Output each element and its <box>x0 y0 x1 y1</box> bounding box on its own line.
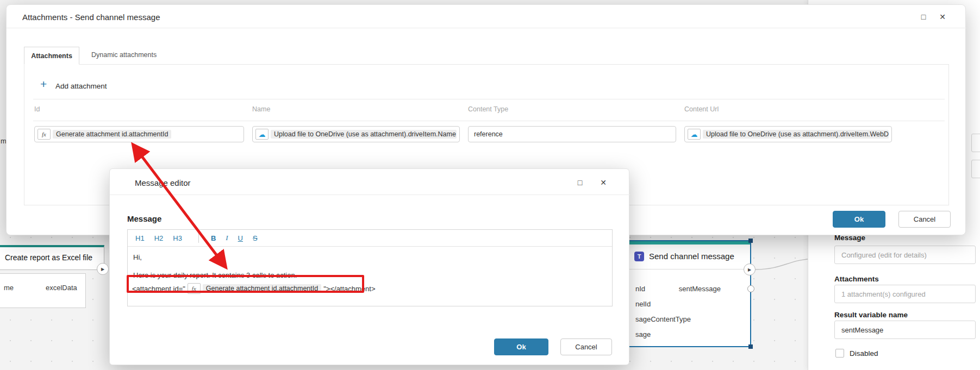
attachments-field-label: Attachments <box>834 275 879 283</box>
message-body-line: Hi, <box>133 253 142 261</box>
cancel-button[interactable]: Cancel <box>560 338 612 355</box>
column-header-id: Id <box>34 105 40 113</box>
node-create-report-ports[interactable]: me excelData <box>0 273 86 308</box>
underline-button[interactable]: U <box>238 234 243 242</box>
message-section-label: Message <box>127 214 161 223</box>
cloud-icon: ☁ <box>688 129 701 140</box>
header-divider <box>7 28 966 28</box>
input-port-fragment: nelId <box>635 300 651 308</box>
input-port-fragment: nId <box>635 285 645 293</box>
column-header-name: Name <box>252 105 270 113</box>
selection-handle[interactable] <box>748 344 753 349</box>
disabled-checkbox-label: Disabled <box>850 349 878 358</box>
cloud-icon: ☁ <box>255 129 269 140</box>
heading1-button[interactable]: H1 <box>135 234 145 242</box>
output-port-circle[interactable] <box>747 285 754 292</box>
selection-handle[interactable] <box>748 239 753 243</box>
ok-button[interactable]: Ok <box>494 338 548 355</box>
column-header-content-type: Content Type <box>468 105 508 113</box>
name-token: Upload file to OneDrive (use as attachme… <box>271 130 457 139</box>
dialog-title: Message editor <box>135 178 191 187</box>
output-variable-label: sentMessage <box>679 285 721 293</box>
node-send-channel-message[interactable]: T Send channel message ▶ nId nelId sageC… <box>625 240 751 347</box>
close-icon[interactable]: ✕ <box>938 12 947 21</box>
output-variable-label: excelData <box>46 284 77 292</box>
partial-field[interactable] <box>971 160 980 178</box>
message-body-line: Here is your daily report. It contains 3… <box>133 271 297 279</box>
teams-icon: T <box>634 252 644 261</box>
chevron-right-icon: ▶ <box>101 267 104 272</box>
attachment-id-input[interactable]: fx Generate attachment id.attachmentId <box>34 126 244 142</box>
result-variable-input[interactable]: sentMessage <box>834 321 976 339</box>
node-expand-button[interactable]: ▶ <box>97 263 109 275</box>
column-header-content-url: Content Url <box>684 105 719 113</box>
content-url-token: Upload file to OneDrive (use as attachme… <box>703 130 889 139</box>
input-port-fragment: sage <box>635 330 651 338</box>
attachment-tag-line: <attachment id=" fx Generate attachment … <box>132 283 376 294</box>
fx-icon: fx <box>188 283 201 294</box>
node-expand-button[interactable]: ▶ <box>744 264 756 275</box>
message-editor-dialog: Message editor □ ✕ Message H1 H2 H3 B I … <box>109 168 629 365</box>
tab-attachments[interactable]: Attachments <box>24 47 79 65</box>
strikethrough-button[interactable]: S <box>253 234 258 242</box>
tab-dynamic-attachments[interactable]: Dynamic attachments <box>91 51 157 59</box>
attachment-name-input[interactable]: ☁ Upload file to OneDrive (use as attach… <box>252 126 460 142</box>
node-header: T Send channel message <box>626 244 750 269</box>
italic-button[interactable]: I <box>226 234 228 242</box>
attachment-tag-prefix: <attachment id=" <box>132 285 185 293</box>
node-title: Create report as Excel file <box>0 247 104 262</box>
attachment-content-url-input[interactable]: ☁ Upload file to OneDrive (use as attach… <box>684 126 892 142</box>
maximize-icon[interactable]: □ <box>575 178 585 187</box>
node-title: Send channel message <box>649 252 734 261</box>
maximize-icon[interactable]: □ <box>919 12 928 21</box>
ok-button[interactable]: Ok <box>833 211 885 228</box>
toolbar-divider <box>198 233 199 243</box>
attachment-tag-suffix: "></attachment> <box>323 285 375 293</box>
port-label-fragment: me <box>4 284 14 292</box>
attachment-id-token: Generate attachment id.attachmentId <box>203 284 321 293</box>
attachments-field[interactable]: 1 attachment(s) configured <box>834 285 976 303</box>
fx-icon: fx <box>38 129 51 140</box>
rich-text-editor[interactable]: H1 H2 H3 B I U S Hi, Here is your daily … <box>127 229 613 306</box>
partial-field[interactable] <box>971 134 980 152</box>
close-icon[interactable]: ✕ <box>598 178 608 187</box>
header-divider <box>110 195 630 195</box>
add-attachment-button[interactable]: Add attachment <box>55 82 107 90</box>
input-port-fragment: sageContentType <box>635 315 691 323</box>
flow-designer-canvas: m Create report as Excel file ▶ me excel… <box>0 0 980 370</box>
cancel-button[interactable]: Cancel <box>898 211 951 228</box>
heading3-button[interactable]: H3 <box>173 234 182 242</box>
dialog-title: Attachments - Send channel message <box>22 12 160 22</box>
heading2-button[interactable]: H2 <box>154 234 164 242</box>
id-token: Generate attachment id.attachmentId <box>53 130 171 139</box>
attachment-content-type-input[interactable]: reference <box>468 126 676 142</box>
message-field[interactable]: Configured (edit for details) <box>834 246 976 264</box>
node-create-report[interactable]: Create report as Excel file <box>0 245 104 270</box>
result-variable-label: Result variable name <box>834 311 908 319</box>
disabled-checkbox[interactable] <box>835 349 844 358</box>
chevron-right-icon: ▶ <box>748 267 751 272</box>
bold-button[interactable]: B <box>211 234 216 242</box>
formatting-toolbar: H1 H2 H3 B I U S <box>128 230 612 247</box>
plus-icon: + <box>40 78 47 91</box>
